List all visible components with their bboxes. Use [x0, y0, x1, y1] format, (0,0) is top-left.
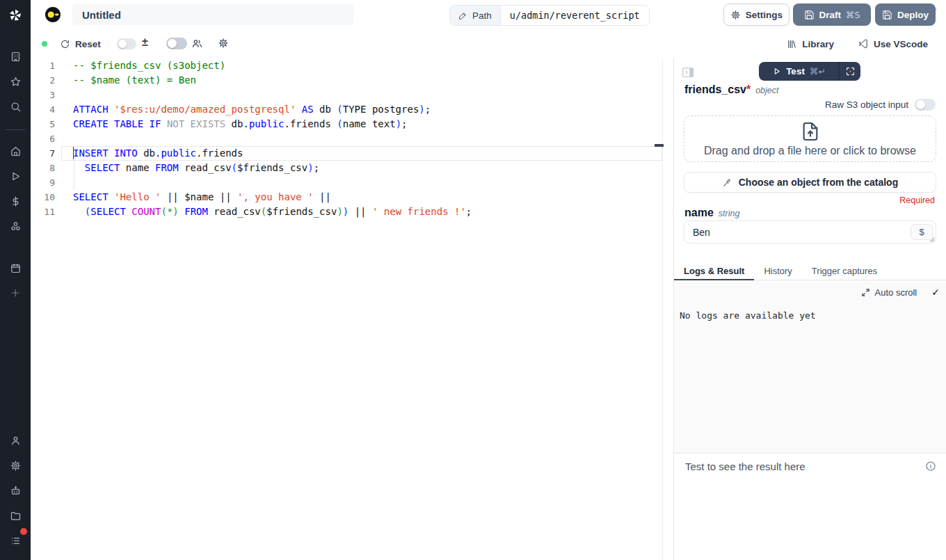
line-number: 8	[31, 161, 61, 175]
code-line[interactable]: 10SELECT 'Hello ' || $name || ', you hav…	[31, 190, 662, 205]
editor-toolbar: Reset ± Library Use VScode	[31, 29, 946, 58]
file-dropzone[interactable]: Drag and drop a file here or click to br…	[684, 115, 936, 162]
play-icon	[772, 67, 781, 76]
sidebar-item-runs[interactable]	[0, 163, 31, 189]
line-number: 9	[31, 175, 61, 190]
logs-area: Auto scroll ✓ No logs are available yet	[674, 280, 946, 454]
code-line[interactable]: 3	[31, 88, 662, 102]
toggle-knob	[118, 40, 127, 48]
sidebar-item-variables[interactable]	[0, 189, 31, 214]
line-number: 3	[31, 88, 61, 102]
path-button[interactable]: Path	[450, 6, 501, 25]
path-label: Path	[472, 10, 492, 21]
multiplayer-toggle[interactable]	[166, 38, 187, 49]
sidebar-item-home[interactable]	[0, 138, 31, 163]
test-panel: Test ⌘↵ friends_csv* object Raw S3 objec…	[674, 58, 946, 560]
toggle-knob	[168, 39, 177, 48]
file-upload-icon	[799, 120, 821, 143]
sidebar-item-user[interactable]	[0, 428, 31, 453]
arg-friends-csv-header: friends_csv* object	[684, 83, 779, 96]
use-vscode-button[interactable]: Use VScode	[858, 38, 928, 49]
sidebar-item-search[interactable]	[0, 94, 31, 119]
code-line[interactable]: 7INSERT INTO db.public.friends	[31, 146, 662, 161]
code-line[interactable]: 4ATTACH '$res:u/demo/amazed_postgresql' …	[31, 102, 662, 117]
required-star: *	[746, 83, 751, 95]
info-icon[interactable]	[925, 461, 936, 472]
code-line[interactable]: 6	[31, 131, 662, 146]
test-button-group: Test ⌘↵	[759, 62, 860, 81]
test-label: Test	[786, 66, 805, 77]
list-icon	[10, 535, 22, 547]
choose-object-catalog-button[interactable]: Choose an object from the catalog	[684, 172, 936, 193]
settings-label: Settings	[746, 10, 783, 20]
code-line[interactable]: 5CREATE TABLE IF NOT EXISTS db.public.fr…	[31, 117, 662, 131]
code-line[interactable]: 9	[31, 175, 662, 190]
toggle-knob	[916, 100, 925, 109]
users-icon	[191, 38, 203, 49]
raw-s3-toggle[interactable]	[915, 99, 936, 111]
line-number: 5	[31, 117, 61, 131]
app-logo[interactable]	[0, 0, 31, 31]
sidebar-item-workspace[interactable]	[0, 44, 31, 69]
calendar-icon	[10, 262, 22, 274]
tab-trigger-captures[interactable]: Trigger captures	[802, 262, 887, 280]
code-line[interactable]: 2-- $name (text) = Ben	[31, 73, 662, 88]
robot-icon	[10, 485, 22, 497]
catalog-button-label: Choose an object from the catalog	[739, 177, 898, 188]
star-icon	[10, 76, 22, 88]
resize-handle-icon[interactable]	[929, 236, 935, 242]
arg-type: object	[755, 86, 778, 95]
reset-button[interactable]: Reset	[60, 36, 101, 51]
result-placeholder: Test to see the result here	[685, 461, 925, 472]
arg-name: friends_csv*	[684, 83, 751, 96]
sidebar-item-schedules[interactable]	[0, 255, 31, 280]
capture-button[interactable]	[839, 62, 860, 81]
save-icon	[804, 10, 815, 20]
library-button[interactable]: Library	[787, 39, 834, 49]
draft-button[interactable]: Draft ⌘S	[793, 3, 871, 26]
pencil-icon	[458, 11, 467, 20]
path-group: Path u/admin/reverent_script	[449, 5, 650, 26]
search-icon	[10, 101, 22, 113]
draft-shortcut: ⌘S	[846, 10, 860, 20]
sidebar-item-folders[interactable]	[0, 503, 31, 528]
sidebar-item-ai-assistant[interactable]	[0, 478, 31, 503]
script-path[interactable]: u/admin/reverent_script	[501, 6, 649, 25]
test-button[interactable]: Test ⌘↵	[759, 62, 839, 81]
collapse-panel-button[interactable]	[681, 65, 695, 79]
line-number: 4	[31, 102, 61, 117]
code-line[interactable]: 11 (SELECT COUNT(*) FROM read_csv($frien…	[31, 205, 662, 219]
line-number: 2	[31, 73, 61, 88]
deploy-button[interactable]: Deploy	[875, 3, 936, 26]
gear-icon	[10, 460, 22, 472]
home-icon	[10, 145, 22, 157]
sidebar-item-settings[interactable]	[0, 453, 31, 478]
tab-history[interactable]: History	[754, 262, 801, 280]
sidebar-divider	[6, 129, 25, 130]
pipette-icon	[722, 177, 732, 188]
settings-button[interactable]: Settings	[723, 3, 789, 26]
raw-s3-row: Raw S3 object input	[825, 99, 936, 111]
sidebar-item-favorites[interactable]	[0, 69, 31, 94]
code-lines: 1-- $friends_csv (s3object)2-- $name (te…	[31, 58, 663, 560]
building-icon	[10, 51, 22, 63]
script-title-field[interactable]: Untitled	[72, 4, 354, 25]
code-editor[interactable]: 1-- $friends_csv (s3object)2-- $name (te…	[31, 58, 674, 560]
indent-guide	[74, 161, 74, 190]
auto-scroll-control[interactable]: Auto scroll ✓	[861, 287, 940, 298]
overview-ruler-cursor-mark	[655, 144, 664, 147]
panel-collapse-icon	[681, 65, 695, 79]
refresh-icon	[60, 39, 70, 49]
diff-toggle[interactable]	[117, 38, 136, 49]
code-line[interactable]: 1-- $friends_csv (s3object)	[31, 58, 662, 73]
sidebar-item-resources[interactable]	[0, 214, 31, 239]
logs-empty-message: No logs are available yet	[680, 310, 816, 321]
windmill-script-editor: Untitled Path u/admin/reverent_script Se…	[0, 0, 946, 560]
tab-logs-result[interactable]: Logs & Result	[674, 262, 754, 280]
draft-label: Draft	[819, 10, 842, 20]
gear-icon[interactable]	[218, 38, 229, 49]
arg-type: string	[719, 209, 740, 218]
sidebar-item-create-new[interactable]	[0, 280, 31, 305]
code-line[interactable]: 8 SELECT name FROM read_csv($friends_csv…	[31, 161, 662, 175]
name-input[interactable]	[684, 221, 936, 243]
